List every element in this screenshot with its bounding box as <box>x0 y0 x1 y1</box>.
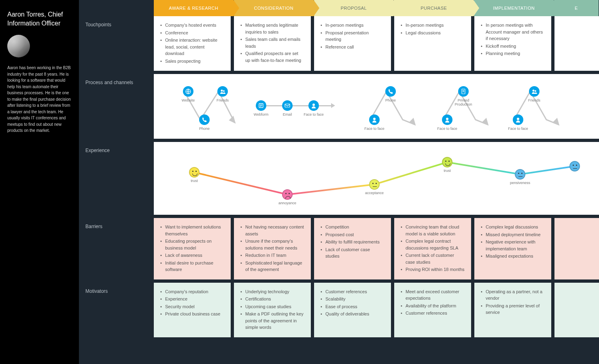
cell: In-person meetingsLegal discussions <box>394 16 471 71</box>
channel-label: Phone <box>376 98 405 102</box>
svg-marker-1 <box>410 119 415 125</box>
list-item: Planning meeting <box>481 50 545 57</box>
cell <box>554 16 599 71</box>
cell: Company's reputationExperienceSecurity m… <box>154 283 231 337</box>
journey-grid: AWARE & RESEARCH CONSIDERATION PROPOSAL … <box>79 0 599 364</box>
svg-point-12 <box>446 118 448 120</box>
svg-marker-2 <box>483 119 488 125</box>
phone-icon <box>199 114 210 125</box>
list-item: Sales prospecting <box>160 58 224 65</box>
channel-label: Phone <box>190 127 219 131</box>
list-item: Proving ROI within 18 months <box>401 266 465 273</box>
list-item: Availability of the platform <box>401 303 465 309</box>
list-item: Underlying technology <box>240 288 304 295</box>
channel-friends: Friends <box>208 86 237 102</box>
list-item: Reference call <box>321 44 384 51</box>
cell: Not having necessary content assetsUnsur… <box>234 218 311 279</box>
svg-marker-3 <box>554 119 559 125</box>
persona-bio: Aaron has been working in the B2B indust… <box>7 65 72 134</box>
channel-friends: Friends <box>520 86 548 102</box>
list-item: Sales team calls and emails leads <box>240 36 304 49</box>
stage-implementation[interactable]: IMPLEMENTATION <box>474 0 554 16</box>
emotion-trust <box>189 167 200 178</box>
list-item: Proposed cost <box>321 231 384 238</box>
emotion-label: pensiveness <box>504 181 536 185</box>
email-icon <box>282 100 293 111</box>
list-item: Sophisticated legal language of the agre… <box>240 260 304 273</box>
list-item: Want to implement solutions themselves <box>160 224 224 237</box>
friends-icon <box>217 86 228 97</box>
channel-face: Face to face <box>300 100 328 116</box>
list-item: Educating prospects on business model <box>160 238 224 251</box>
emotion-label: trust <box>178 179 210 183</box>
stage-header: AWARE & RESEARCH CONSIDERATION PROPOSAL … <box>79 0 599 16</box>
list-item: Customer references <box>401 310 465 317</box>
list-item: Complex legal contract discussions regar… <box>401 238 465 251</box>
channel-label: Friends <box>520 98 548 102</box>
list-item: Current lack of customer case studies <box>401 252 465 265</box>
label-motivators: Motivators <box>79 283 154 337</box>
row-touchpoints: Touchpoints Company's hosted eventsConfe… <box>79 16 599 71</box>
emotion-acceptance <box>369 179 380 190</box>
emotion-pensiveness <box>515 169 525 180</box>
stage-aware[interactable]: AWARE & RESEARCH <box>154 0 234 16</box>
emotion-label: trust <box>431 169 463 173</box>
list-item: Experience <box>160 296 224 303</box>
channel-label: Website <box>174 98 202 102</box>
emotion-label: annoyance <box>271 201 304 205</box>
svg-rect-11 <box>462 89 465 94</box>
list-item: Online interaction: website lead, social… <box>160 37 224 57</box>
persona-sidebar: Aaron Torres, Chief Information Officer … <box>0 0 79 364</box>
channel-label: Face to face <box>433 127 461 131</box>
globe-icon <box>183 86 193 97</box>
list-item: Missed deployment timeline <box>481 231 545 238</box>
list-item: Customer references <box>321 288 384 295</box>
channel-face: Face to face <box>433 114 461 131</box>
svg-point-15 <box>517 118 519 120</box>
stage-proposal[interactable]: PROPOSAL <box>314 0 394 16</box>
cell: Complex legal discussionsMissed deployme… <box>474 218 551 279</box>
face-icon <box>308 100 319 111</box>
journey-map: Aaron Torres, Chief Information Officer … <box>0 0 599 364</box>
list-item: Ease of process <box>321 303 384 310</box>
stage-consideration[interactable]: CONSIDERATION <box>234 0 314 16</box>
svg-point-13 <box>533 90 535 92</box>
list-item: Lack of customer case studies <box>321 246 384 260</box>
list-item: Misaligned expectations <box>481 253 545 260</box>
friends-icon <box>529 86 540 97</box>
list-item: In person meetings with Account manager … <box>481 22 545 42</box>
stage-purchase[interactable]: PURCHASE <box>394 0 474 16</box>
emotion-label: acceptance <box>358 191 391 195</box>
channel-face: Face to face <box>360 114 389 131</box>
label-barriers: Barriers <box>79 218 154 279</box>
phone-icon <box>385 86 396 97</box>
list-item: Conference <box>160 30 224 36</box>
cell: Underlying technologyCertificationsUpcom… <box>234 283 311 337</box>
svg-point-14 <box>535 90 536 92</box>
list-item: Negative experience with implementation … <box>481 239 545 252</box>
svg-point-5 <box>221 90 223 92</box>
list-item: Initial desire to purchase software <box>160 260 224 273</box>
channel-form: Webform <box>247 100 275 116</box>
experience-canvas: trustannoyanceacceptancetrustpensiveness <box>154 142 599 215</box>
stage-cut[interactable]: E <box>554 0 599 16</box>
cell: Marketing sends legitimate inquiries to … <box>234 16 311 71</box>
cell <box>554 283 599 337</box>
list-item: In-person meetings <box>321 22 384 29</box>
list-item: Unsure if the company's solutions meet t… <box>240 238 304 251</box>
cell: CompetitionProposed costAbility to fulfi… <box>314 218 391 279</box>
list-item: Company's reputation <box>160 288 224 295</box>
cell: In-person meetingsProposal presentation … <box>314 16 391 71</box>
list-item: Private cloud business case <box>160 311 224 317</box>
list-item: Complex legal discussions <box>481 224 545 231</box>
list-item: Providing a premier level of service <box>481 303 545 316</box>
cell: Want to implement solutions themselvesEd… <box>154 218 231 279</box>
form-icon <box>256 100 266 111</box>
channel-email: Email <box>273 100 302 116</box>
list-item: Kickoff meeting <box>481 43 545 50</box>
print-icon <box>458 86 469 97</box>
channel-label: Webform <box>247 112 275 116</box>
process-canvas: WebsitePhoneFriendsWebformEmailFace to f… <box>154 74 599 139</box>
row-process: Process and channels WebsitePhoneFriends… <box>79 74 599 139</box>
svg-point-6 <box>223 90 225 92</box>
